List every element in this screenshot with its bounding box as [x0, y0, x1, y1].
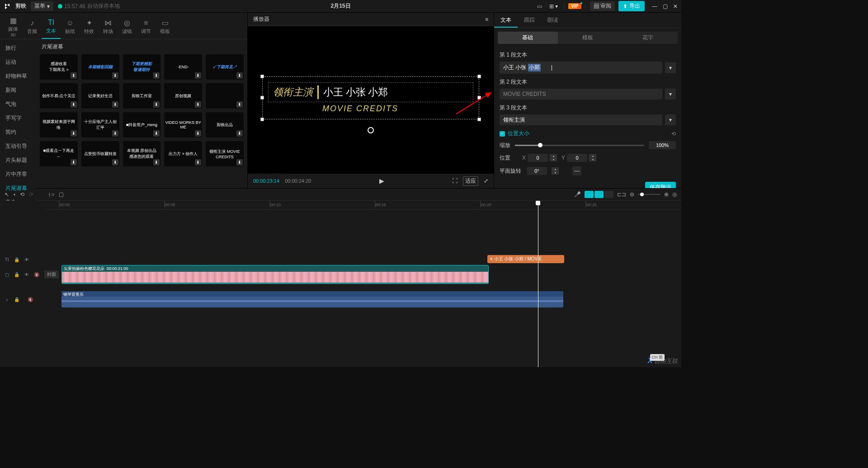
- segment2-dropdown[interactable]: ▾: [665, 89, 676, 99]
- template-item[interactable]: 点赞投币收藏转发⬇: [81, 141, 119, 166]
- timeline-ruler[interactable]: |00:00|00:05|00:10|00:15|00:20|00:25: [45, 201, 681, 210]
- magnet-2[interactable]: [594, 191, 604, 198]
- tool-tab-文本[interactable]: TI文本: [42, 14, 61, 39]
- download-icon[interactable]: ⬇: [236, 159, 243, 165]
- text-clip[interactable]: ≡ 小王 小张 小郑 / MOVIE CREDITS / 领: [487, 255, 564, 263]
- download-icon[interactable]: ⬇: [112, 159, 118, 165]
- eye-icon[interactable]: 👁: [24, 257, 30, 262]
- category-item[interactable]: 片中序章: [0, 167, 36, 181]
- download-icon[interactable]: ⬇: [153, 159, 160, 165]
- video-clip[interactable]: 实景拍摄粉色樱花花朵 00:00:21:00: [61, 265, 489, 284]
- download-icon[interactable]: ⬇: [71, 101, 77, 108]
- tool-tab-模板[interactable]: ▭模板: [156, 14, 175, 39]
- redo-icon[interactable]: ⟳: [29, 191, 33, 198]
- segment1-input[interactable]: 小王 小张小郑: [500, 61, 662, 74]
- x-up[interactable]: ▴: [550, 154, 557, 158]
- download-icon[interactable]: ⬇: [112, 130, 118, 137]
- category-item[interactable]: 手写字: [0, 111, 36, 125]
- play-button[interactable]: ▶: [379, 177, 384, 184]
- y-up[interactable]: ▴: [589, 154, 596, 158]
- download-icon[interactable]: ⬇: [112, 72, 118, 79]
- category-item[interactable]: 片头标题: [0, 153, 36, 167]
- download-icon[interactable]: ⬇: [153, 72, 160, 79]
- x-down[interactable]: ▾: [550, 158, 557, 161]
- mute-icon[interactable]: 🔇: [33, 272, 40, 277]
- lock-icon[interactable]: 🔒: [14, 257, 20, 262]
- export-button[interactable]: ⬆ 导出: [618, 1, 645, 11]
- player-canvas[interactable]: 领衔主演 小王 小张 小郑 MOVIE CREDITS: [248, 26, 494, 174]
- category-item[interactable]: 旅行: [0, 41, 36, 55]
- handle-tl[interactable]: [260, 75, 264, 78]
- segment2-input[interactable]: [500, 89, 662, 99]
- pos-x-input[interactable]: [528, 154, 548, 162]
- category-item[interactable]: 运动: [0, 55, 36, 69]
- inspector-subtab-模板[interactable]: 模板: [558, 32, 618, 44]
- segment3-dropdown[interactable]: ▾: [665, 114, 676, 125]
- download-icon[interactable]: ⬇: [236, 101, 243, 108]
- handle-ml[interactable]: [260, 96, 264, 99]
- download-icon[interactable]: ⬇: [112, 101, 118, 108]
- magnet-3[interactable]: [604, 191, 613, 198]
- mute-icon[interactable]: 🔇: [27, 297, 33, 302]
- reset-icon[interactable]: ⟲: [671, 131, 676, 137]
- template-item[interactable]: 感谢收看 下期再见 »⬇: [40, 54, 78, 80]
- maximize-icon[interactable]: ▢: [663, 3, 668, 9]
- category-item[interactable]: 新闻: [0, 83, 36, 97]
- template-item[interactable]: 剪映工作室⬇: [123, 83, 161, 109]
- download-icon[interactable]: ⬇: [153, 101, 160, 108]
- undo-icon[interactable]: ⟲: [20, 191, 24, 198]
- text-selection-box[interactable]: 领衔主演 小王 小张 小郑 MOVIE CREDITS: [262, 76, 479, 119]
- split-icon[interactable]: ⟊⟉: [48, 191, 54, 198]
- download-icon[interactable]: ⬇: [236, 130, 243, 137]
- crop-icon[interactable]: ⛶: [452, 178, 458, 184]
- download-icon[interactable]: ⬇: [195, 72, 201, 79]
- save-preset-button[interactable]: 保存预设: [645, 182, 676, 188]
- rot-down[interactable]: ▾: [552, 171, 559, 175]
- mic-icon[interactable]: 🎤: [574, 191, 581, 198]
- template-item[interactable]: 剪映出品⬇: [206, 112, 244, 137]
- link-icon[interactable]: ⊏⊐: [617, 191, 626, 198]
- lock-icon[interactable]: 🔒: [14, 297, 20, 302]
- template-item[interactable]: 领衔主演 MOVIE CREDITS⬇: [206, 141, 244, 166]
- fullscreen-icon[interactable]: ⤢: [484, 178, 488, 184]
- inspector-subtab-基础[interactable]: 基础: [498, 32, 558, 44]
- close-icon[interactable]: ✕: [673, 3, 678, 9]
- vip-badge[interactable]: VIP: [568, 3, 581, 9]
- tool-tab-调节[interactable]: ≡调节: [137, 14, 156, 39]
- player-menu-icon[interactable]: ≡: [485, 16, 488, 23]
- zoom-in-icon[interactable]: ⊕: [664, 191, 669, 198]
- template-item[interactable]: 本期精彩回顾⬇: [81, 54, 119, 80]
- zoom-slider[interactable]: [638, 194, 660, 195]
- pos-size-checkbox[interactable]: ✓: [500, 131, 505, 137]
- lock-icon[interactable]: 🔒: [14, 272, 20, 277]
- zoom-fit-icon[interactable]: ◎: [672, 191, 677, 198]
- template-item[interactable]: 记录美好生活⬇: [81, 83, 119, 109]
- cover-label[interactable]: 封面: [44, 270, 59, 279]
- template-item[interactable]: ■抖音用户_meng⬇: [123, 112, 161, 137]
- template-item[interactable]: 创作不易·点个关注⬇: [40, 83, 78, 109]
- magnet-1[interactable]: [585, 191, 594, 198]
- download-icon[interactable]: ⬇: [71, 130, 77, 137]
- template-item[interactable]: VIDEO WORKS BY ME⬇: [164, 112, 202, 137]
- inspector-tab-朗读[interactable]: 朗读: [541, 13, 565, 28]
- template-item[interactable]: 原创视频⬇: [164, 83, 202, 109]
- audio-track-icon[interactable]: ♪: [4, 297, 10, 302]
- y-down[interactable]: ▾: [589, 158, 596, 161]
- download-icon[interactable]: ⬇: [71, 72, 77, 79]
- select-dropdown[interactable]: ▾: [14, 193, 15, 197]
- inspector-tab-文本[interactable]: 文本: [494, 13, 518, 28]
- segment1-dropdown[interactable]: ▾: [665, 62, 676, 73]
- download-icon[interactable]: ⬇: [195, 159, 201, 165]
- scale-value[interactable]: [649, 141, 676, 149]
- audio-clip[interactable]: 钢琴背景乐: [61, 291, 563, 307]
- template-item[interactable]: 本视频 原创出品 感谢您的观看⬇: [123, 141, 161, 166]
- category-item[interactable]: 互动引导: [0, 139, 36, 153]
- tool-tab-贴纸[interactable]: ☺贴纸: [61, 14, 80, 39]
- review-button[interactable]: ▦ 审阅: [590, 1, 615, 11]
- segment3-input[interactable]: [500, 114, 662, 125]
- rotation-reset[interactable]: —: [572, 166, 581, 175]
- inspector-subtab-花字[interactable]: 花字: [618, 32, 678, 44]
- tool-tab-转场[interactable]: ⋈转场: [99, 14, 118, 39]
- rotate-handle[interactable]: [368, 127, 374, 133]
- template-item[interactable]: ■观看点一下再走 ～⬇: [40, 141, 78, 166]
